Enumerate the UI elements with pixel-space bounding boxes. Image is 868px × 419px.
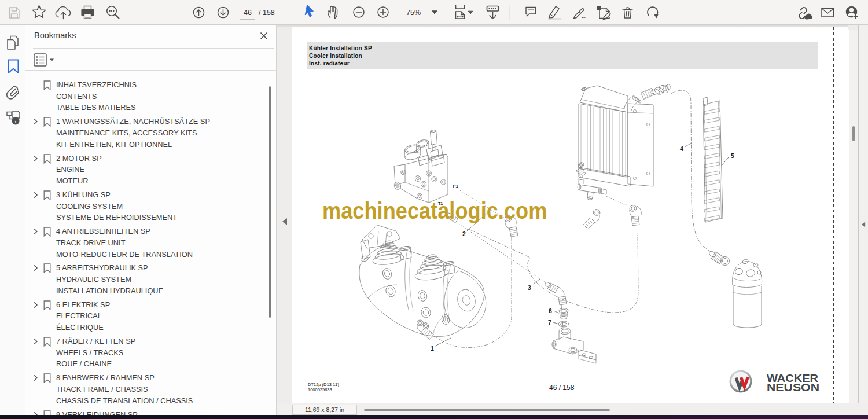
svg-text:2: 2 [462, 230, 466, 237]
svg-text:/ 158: / 158 [259, 9, 275, 17]
svg-text:P1: P1 [453, 183, 458, 189]
svg-text:NEUSON: NEUSON [767, 382, 819, 394]
svg-text:46: 46 [244, 9, 252, 17]
svg-text:75%: 75% [406, 9, 421, 17]
svg-text:7: 7 [548, 319, 551, 326]
svg-text:4: 4 [680, 145, 683, 152]
svg-text:6: 6 [549, 307, 552, 314]
svg-text:3: 3 [528, 284, 531, 291]
svg-text:1: 1 [431, 345, 434, 352]
svg-text:5: 5 [731, 152, 734, 159]
